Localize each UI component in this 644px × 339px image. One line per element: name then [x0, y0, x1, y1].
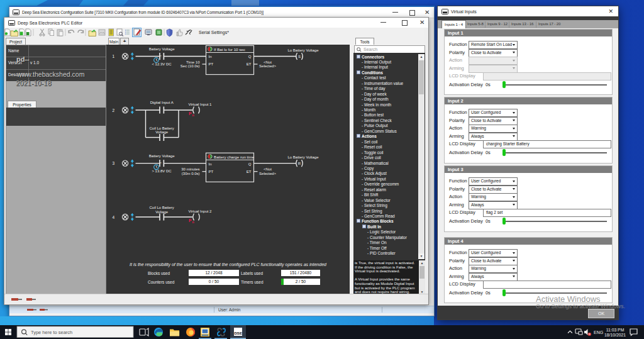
svg-text:DSE: DSE [234, 331, 242, 335]
svg-text:n: n [192, 113, 194, 117]
svg-text:PT: PT [209, 170, 214, 174]
svg-text:F: F [189, 218, 192, 223]
svg-text:Voltage: Voltage [155, 130, 169, 134]
svg-text:If Bat lo for 10 sec: If Bat lo for 10 sec [214, 47, 245, 52]
svg-text:Voltage: Voltage [155, 210, 169, 214]
svg-text:In: In [209, 55, 212, 58]
svg-text:Type here to search: Type here to search [31, 330, 72, 335]
svg-text:Selected>: Selected> [259, 64, 276, 68]
svg-text:18/10/2021: 18/10/2021 [604, 333, 626, 337]
svg-text:11:03 PM: 11:03 PM [606, 328, 625, 332]
svg-text:R: R [298, 162, 301, 165]
svg-text:Battery charge run time: Battery charge run time [214, 155, 255, 159]
svg-text:<: < [160, 161, 162, 165]
svg-text:Coil Lo Battery: Coil Lo Battery [150, 126, 174, 130]
svg-text:<Not: <Not [264, 167, 272, 171]
svg-text:ENG: ENG [594, 330, 603, 335]
svg-text:Lo Battery Voltage: Lo Battery Voltage [287, 155, 319, 159]
svg-text:Q: Q [248, 55, 252, 58]
svg-text:<: < [160, 54, 162, 58]
svg-text:S: S [298, 55, 301, 58]
svg-text:30 minutes: 30 minutes [181, 167, 199, 171]
svg-text:Lo Battery Voltage: Lo Battery Voltage [287, 48, 319, 52]
svg-text:In: In [209, 162, 212, 166]
svg-text:Serial Settings*: Serial Settings* [199, 30, 229, 35]
svg-text:3: 3 [113, 161, 115, 165]
svg-text:4: 4 [113, 215, 115, 220]
svg-text:Selected>: Selected> [259, 172, 276, 175]
svg-text:ET: ET [247, 62, 252, 66]
svg-text:<Not: <Not [264, 60, 272, 64]
svg-text:> 13.8V DC: > 13.8V DC [152, 169, 172, 173]
svg-text:Coil Lo Battery: Coil Lo Battery [150, 206, 174, 209]
svg-text:PT: PT [209, 62, 214, 66]
svg-text:1: 1 [113, 54, 115, 58]
svg-text:F: F [189, 111, 192, 116]
svg-text:ET: ET [247, 170, 252, 174]
svg-text:Q: Q [248, 162, 252, 166]
svg-text:n: n [192, 220, 194, 224]
svg-text:Digital Input A: Digital Input A [150, 101, 174, 104]
svg-text:Battery Voltage: Battery Voltage [149, 154, 175, 158]
svg-text:< 12.3V DC: < 12.3V DC [152, 62, 172, 66]
svg-text:Time 10: Time 10 [186, 60, 200, 64]
svg-text:Battery Voltage: Battery Voltage [149, 47, 175, 51]
svg-text:(30m 0.0s): (30m 0.0s) [182, 172, 200, 175]
svg-text:2: 2 [113, 108, 115, 113]
svg-text:Virtual Input 2: Virtual Input 2 [189, 209, 213, 213]
svg-text:Sec (10.0s): Sec (10.0s) [180, 64, 200, 68]
svg-text:Virtual Input 1: Virtual Input 1 [189, 103, 213, 106]
